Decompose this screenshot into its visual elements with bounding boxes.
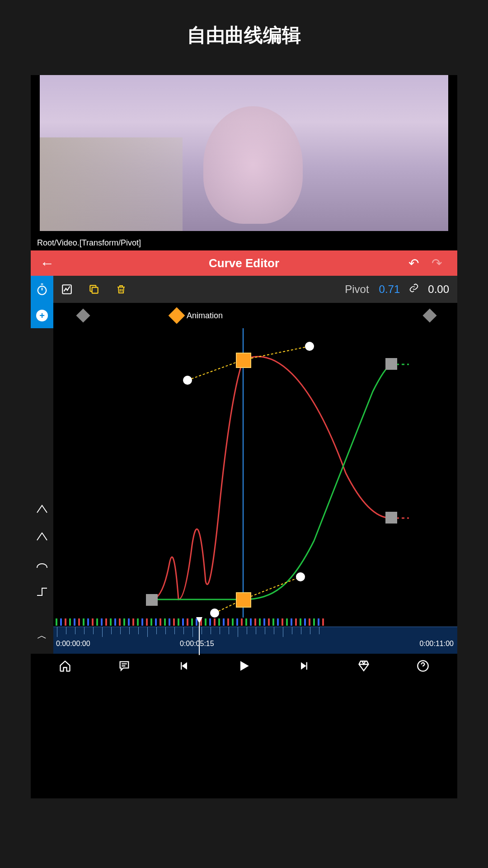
bezier-handle[interactable] (305, 342, 314, 351)
keyframe-handle[interactable] (385, 358, 397, 370)
step-back-icon[interactable] (178, 660, 190, 675)
bezier-handle[interactable] (183, 376, 192, 385)
timecode-start: 0:00:00:00 (56, 640, 90, 648)
delete-icon[interactable] (108, 276, 135, 303)
keyframe-handle-active[interactable] (236, 353, 251, 368)
timeline: ︿ document.write(Array.from({length:60},… (31, 618, 457, 654)
play-icon[interactable] (237, 659, 251, 676)
timecode-end: 0:00:11:00 (419, 640, 454, 648)
marker-strip[interactable]: document.write(Array.from({length:60},(_… (53, 618, 457, 627)
breadcrumb: Root/Video.[Transform/Pivot] (31, 236, 457, 250)
comment-icon[interactable] (118, 660, 131, 675)
keyframe-handle[interactable] (385, 512, 397, 524)
help-icon[interactable] (417, 660, 429, 675)
app-frame: Root/Video.[Transform/Pivot] ← Curve Edi… (31, 75, 457, 798)
header-title: Curve Editor (209, 256, 279, 270)
collapse-chevron-icon[interactable]: ︿ (31, 618, 53, 654)
step-forward-icon[interactable] (298, 660, 310, 675)
back-arrow-icon[interactable]: ← (40, 255, 54, 272)
animation-label: Animation (187, 311, 223, 321)
keyframe-handle[interactable] (146, 594, 158, 606)
redo-icon[interactable]: ↷ (425, 256, 448, 271)
diamond-icon[interactable] (357, 660, 370, 675)
editor-header: ← Curve Editor ↶ ↷ (31, 250, 457, 276)
curve-red[interactable] (151, 357, 391, 599)
graph-icon[interactable] (53, 276, 80, 303)
time-ruler[interactable]: document.write(Array.from({length:30},(_… (53, 627, 457, 654)
value-primary[interactable]: 0.71 (375, 283, 405, 296)
bezier-handle[interactable] (296, 572, 305, 581)
ease-peak-icon[interactable] (36, 530, 48, 544)
stopwatch-button[interactable] (31, 276, 53, 303)
keyframe-handle-active[interactable] (236, 593, 251, 607)
curve-green[interactable] (151, 364, 391, 599)
curve-svg[interactable] (53, 328, 457, 618)
graph-area (31, 328, 457, 618)
bezier-handle[interactable] (210, 609, 219, 618)
timecode-mid: 0:00:05:15 (180, 640, 214, 648)
home-icon[interactable] (59, 660, 71, 675)
video-preview[interactable] (40, 75, 448, 231)
value-secondary[interactable]: 0.00 (423, 283, 457, 296)
playhead-indicator[interactable] (199, 622, 200, 655)
property-label: Pivot (339, 283, 374, 296)
curve-graph[interactable] (53, 328, 457, 618)
link-icon[interactable] (404, 283, 423, 296)
svg-rect-2 (92, 288, 98, 293)
svg-point-0 (38, 286, 47, 295)
keyframe-marker[interactable] (76, 308, 90, 322)
svg-line-6 (243, 346, 310, 360)
toolbar: Pivot 0.71 0.00 (31, 276, 457, 303)
bottom-bar (31, 654, 457, 681)
curve-tools-sidebar (31, 328, 53, 618)
add-keyframe-button[interactable]: + (31, 303, 53, 328)
keyframe-marker[interactable] (422, 308, 436, 322)
linear-in-icon[interactable] (36, 503, 48, 517)
undo-icon[interactable]: ↶ (402, 256, 425, 271)
keyframe-marker-active[interactable] (169, 307, 185, 324)
copy-icon[interactable] (80, 276, 108, 303)
svg-line-8 (243, 577, 300, 599)
ease-arc-icon[interactable] (36, 558, 48, 572)
page-title: 自由曲线编辑 (0, 0, 488, 61)
keyframe-row: + Animation (31, 303, 457, 328)
svg-line-5 (188, 360, 243, 380)
step-icon[interactable] (36, 585, 48, 599)
